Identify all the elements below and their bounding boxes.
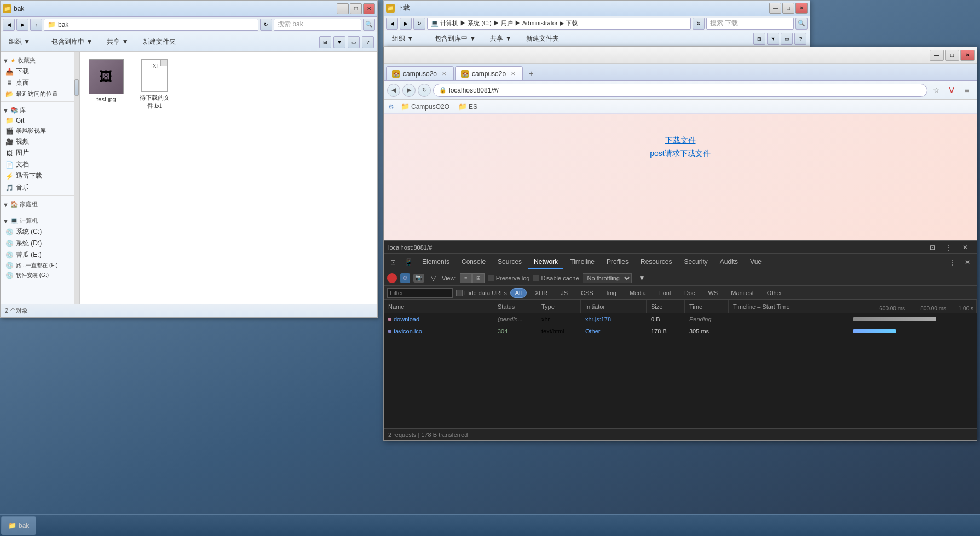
devtools-settings-btn[interactable]: ⋮ xyxy=(945,255,959,269)
sidebar-item-desktop[interactable]: 🖥 桌面 xyxy=(1,77,74,89)
sidebar-favorites-header[interactable]: ▼ ★ 收藏夹 xyxy=(1,54,74,66)
view-icon-list[interactable]: ≡ xyxy=(460,273,472,283)
tab-campuso2o-2[interactable]: 🏫 campuso2o ✕ xyxy=(455,66,523,80)
filter-toggle-btn[interactable]: ▽ xyxy=(428,274,439,283)
help-button-left[interactable]: ? xyxy=(362,36,374,48)
sidebar-item-git[interactable]: 📁 Git xyxy=(1,116,74,125)
post-download-link[interactable]: post请求下载文件 xyxy=(650,149,710,159)
browser-minimize-btn[interactable]: — xyxy=(930,50,944,61)
bookmark-campuso2o[interactable]: 📁 CampusO2O xyxy=(399,102,452,111)
view-btn-right[interactable]: ⊞ xyxy=(753,33,765,45)
hide-data-urls-label[interactable]: Hide data URLs xyxy=(456,290,507,296)
tab-network[interactable]: Network xyxy=(528,255,563,269)
preserve-log-checkbox[interactable] xyxy=(488,275,494,281)
hide-data-checkbox[interactable] xyxy=(456,290,463,296)
share-button-left[interactable]: 共享 ▼ xyxy=(102,34,133,50)
sidebar-computer-header[interactable]: ▼ 💻 计算机 xyxy=(1,215,74,226)
tab-close-1[interactable]: ✕ xyxy=(440,70,448,78)
header-status[interactable]: Status xyxy=(493,300,537,313)
sidebar-item-download[interactable]: 📥 下载 xyxy=(1,66,74,77)
address-input-right[interactable]: 💻 计算机 ▶ 系统 (C:) ▶ 用户 ▶ Administrator ▶ 下… xyxy=(427,18,691,30)
network-row-download[interactable]: download (pendin... xhr xhr.js:178 0 B P… xyxy=(384,313,977,325)
back-btn-right[interactable]: ◀ xyxy=(386,18,398,30)
sidebar-homegroup-header[interactable]: ▼ 🏠 家庭组 xyxy=(1,198,74,210)
preview-btn-right[interactable]: ▭ xyxy=(781,33,793,45)
browser-address-input[interactable]: 🔒 localhost:8081/#/ xyxy=(433,84,927,97)
header-name[interactable]: Name xyxy=(384,300,493,313)
tab-security[interactable]: Security xyxy=(678,255,713,269)
throttle-select[interactable]: No throttling xyxy=(583,273,632,283)
share-btn-right[interactable]: 共享 ▼ xyxy=(485,31,516,47)
file-item-txttxt[interactable]: TXT 待下载的文件.txt xyxy=(132,56,176,113)
tab-sources[interactable]: Sources xyxy=(492,255,527,269)
fwd-btn-right[interactable]: ▶ xyxy=(400,18,412,30)
filter-type-doc[interactable]: Doc xyxy=(679,288,700,298)
address-input-left[interactable]: 📁 bak xyxy=(44,19,258,31)
tab-audits[interactable]: Audits xyxy=(714,255,743,269)
view-button-left[interactable]: ⊞ xyxy=(319,36,331,48)
view-btn-2-left[interactable]: ▼ xyxy=(333,36,345,48)
sidebar-item-drive-e[interactable]: 💿 苦瓜 (E:) xyxy=(1,249,74,261)
devtools-undock-btn[interactable]: ⊡ xyxy=(925,240,939,255)
browser-maximize-btn[interactable]: □ xyxy=(945,50,959,61)
new-folder-button-left[interactable]: 新建文件夹 xyxy=(138,34,181,50)
camera-button[interactable]: 📷 xyxy=(413,274,424,283)
sidebar-item-music[interactable]: 🎵 音乐 xyxy=(1,182,74,193)
view-icon-large[interactable]: ⊞ xyxy=(472,273,485,283)
tab-console[interactable]: Console xyxy=(456,255,491,269)
maximize-button-right[interactable]: □ xyxy=(782,3,794,14)
organize-button-left[interactable]: 组织 ▼ xyxy=(4,34,35,50)
sidebar-item-drive-d[interactable]: 💿 系统 (D:) xyxy=(1,238,74,249)
search-button-left[interactable]: 🔍 xyxy=(363,19,375,31)
devtools-inspect-btn[interactable]: ⊡ xyxy=(386,255,400,269)
new-tab-button[interactable]: + xyxy=(524,66,538,80)
sidebar-item-drive-g[interactable]: 💿 软件安装 (G:) xyxy=(1,270,74,280)
search-btn-right[interactable]: 🔍 xyxy=(795,18,808,30)
filter-type-img[interactable]: Img xyxy=(602,288,621,298)
sidebar-item-storm[interactable]: 🎬 暴风影视库 xyxy=(1,125,74,136)
sidebar-item-thunder[interactable]: ⚡ 迅雷下载 xyxy=(1,170,74,182)
back-button-left[interactable]: ◀ xyxy=(3,19,15,31)
sidebar-item-pictures[interactable]: 🖼 图片 xyxy=(1,147,74,159)
minimize-button-left[interactable]: — xyxy=(337,3,349,14)
view-btn-2-right[interactable]: ▼ xyxy=(767,33,779,45)
tab-resources[interactable]: Resources xyxy=(635,255,677,269)
minimize-button-right[interactable]: — xyxy=(769,3,781,14)
close-button-right[interactable]: ✕ xyxy=(795,3,808,14)
header-timeline[interactable]: Timeline – Start Time 600.00 ms 800.00 m… xyxy=(729,300,977,313)
tab-profiles[interactable]: Profiles xyxy=(601,255,634,269)
taskbar-item-bak[interactable]: 📁 bak xyxy=(1,516,36,535)
sidebar-item-drive-f[interactable]: 💿 路...一直都在 (F:) xyxy=(1,261,74,270)
organize-btn-right[interactable]: 组织 ▼ xyxy=(387,31,418,47)
browser-refresh-btn[interactable]: ↻ xyxy=(418,84,431,97)
network-row-favicon[interactable]: favicon.ico 304 text/html Other 178 B 30… xyxy=(384,325,977,337)
maximize-button-left[interactable]: □ xyxy=(350,3,362,14)
filter-tag-all[interactable]: All xyxy=(510,288,527,298)
download-link[interactable]: 下载文件 xyxy=(665,136,696,146)
filter-input[interactable] xyxy=(387,288,453,298)
file-item-testjpg[interactable]: 🖼 test.jpg xyxy=(84,56,128,113)
search-right[interactable]: 搜索 下载 xyxy=(706,18,794,30)
devtools-more-btn[interactable]: ⋮ xyxy=(942,240,956,255)
include-lib-btn-right[interactable]: 包含到库中 ▼ xyxy=(430,31,481,47)
sidebar-scroll-thumb[interactable] xyxy=(74,79,79,96)
browser-close-btn[interactable]: ✕ xyxy=(960,50,975,61)
disable-cache-checkbox[interactable] xyxy=(533,275,539,281)
help-btn-right[interactable]: ? xyxy=(794,33,806,45)
preview-button-left[interactable]: ▭ xyxy=(348,36,360,48)
preserve-log-label[interactable]: Preserve log xyxy=(488,275,530,281)
throttle-arrow-btn[interactable]: ▼ xyxy=(635,271,649,285)
devtools-close-x-btn[interactable]: ✕ xyxy=(960,255,975,269)
vivaldi-btn[interactable]: V xyxy=(945,84,958,97)
tab-campuso2o-1[interactable]: 🏫 campuso2o ✕ xyxy=(386,66,454,80)
refresh-btn-right[interactable]: ↻ xyxy=(413,18,425,30)
disable-cache-label[interactable]: Disable cache xyxy=(533,275,579,281)
sidebar-item-drive-c[interactable]: 💿 系统 (C:) xyxy=(1,226,74,238)
refresh-button-left[interactable]: ↻ xyxy=(260,19,272,31)
filter-type-media[interactable]: Media xyxy=(625,288,651,298)
devtools-close-btn[interactable]: ✕ xyxy=(958,240,972,255)
filter-type-manifest[interactable]: Manifest xyxy=(726,288,759,298)
filter-type-font[interactable]: Font xyxy=(654,288,676,298)
bookmark-es[interactable]: 📁 ES xyxy=(456,102,480,111)
tab-vue[interactable]: Vue xyxy=(745,255,767,269)
